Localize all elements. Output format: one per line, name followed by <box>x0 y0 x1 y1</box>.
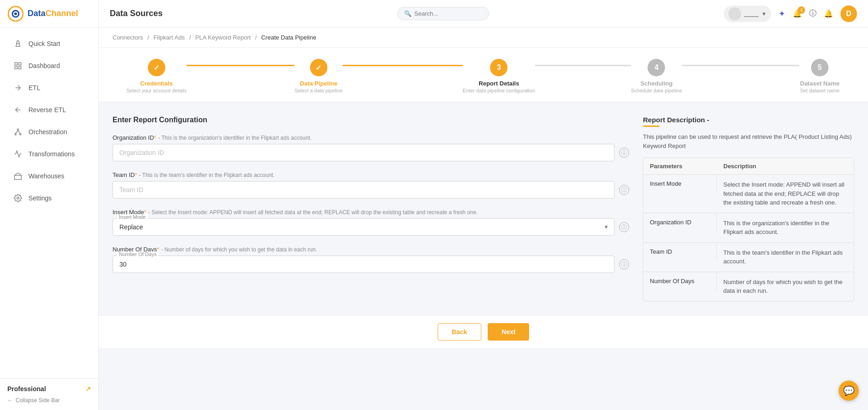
insert-mode-group: Insert Mode*- Select the Insert mode: AP… <box>113 209 629 236</box>
svg-point-7 <box>17 129 19 130</box>
team-id-group: Team ID*- This is the team's identifier … <box>113 171 629 199</box>
svg-rect-12 <box>15 176 22 180</box>
step-circle-scheduling: 4 <box>648 59 665 76</box>
form-section-title: Enter Report Configuration <box>113 116 629 124</box>
chat-button[interactable]: 💬 <box>839 381 859 401</box>
breadcrumb-sep: / <box>147 34 149 41</box>
step-label-data-pipeline: Data Pipeline <box>300 80 338 87</box>
params-cell-org-id: Organization ID <box>643 213 717 231</box>
chevron-down-icon: ▼ <box>761 11 767 17</box>
sidebar-item-quick-start[interactable]: Quick Start <box>4 33 95 54</box>
spark-icon: ✦ <box>778 9 785 19</box>
orchestration-icon <box>13 127 23 137</box>
sidebar-item-etl[interactable]: ETL <box>4 77 95 98</box>
step-line-1 <box>186 65 294 66</box>
user-avatar-circle[interactable]: D <box>840 6 857 22</box>
svg-rect-6 <box>19 67 21 69</box>
insert-mode-info-icon[interactable]: ⓘ <box>619 222 629 232</box>
sidebar-item-transformations[interactable]: Transformations <box>4 143 95 165</box>
sidebar-item-label: Orchestration <box>28 128 67 136</box>
bell-icon[interactable]: 🔔 <box>824 9 833 18</box>
sidebar-bottom: Professional ↗ ← Collapse Side Bar <box>0 378 98 410</box>
insert-mode-float-label: Insert Mode <box>117 214 147 220</box>
breadcrumb-connectors[interactable]: Connectors <box>113 34 143 41</box>
svg-line-10 <box>16 130 18 134</box>
user-avatar <box>728 7 741 20</box>
collapse-arrow-icon: ← <box>7 397 13 404</box>
step-sublabel-credentials: Select your account details <box>126 88 186 93</box>
svg-point-13 <box>17 197 19 199</box>
breadcrumb-flipkart-ads[interactable]: Flipkart Ads <box>153 34 185 41</box>
back-button[interactable]: Back <box>438 323 481 341</box>
step-wrapper-data-pipeline: ✓ Data Pipeline Select a data pipeline <box>294 59 462 93</box>
step-circle-data-pipeline: ✓ <box>310 59 327 76</box>
insert-mode-input-row: Insert Mode Replace Append ▼ ⓘ <box>113 218 629 236</box>
step-credentials: ✓ Credentials Select your account detail… <box>126 59 186 93</box>
chat-icon: 💬 <box>843 385 855 396</box>
svg-point-9 <box>20 134 21 135</box>
user-dropdown[interactable]: ⎯⎯⎯⎯ ▼ <box>724 6 771 22</box>
form-left: Enter Report Configuration Organization … <box>113 116 629 302</box>
params-table-header: Parameters Description <box>643 158 854 175</box>
step-report-details: 3 Report Details Enter data pipeline con… <box>463 59 535 93</box>
breadcrumb: Connectors / Flipkart Ads / PLA Keyword … <box>99 28 868 48</box>
params-row-org-id: Organization ID This is the organization… <box>643 213 854 243</box>
step-line-3 <box>535 65 631 66</box>
insert-mode-select[interactable]: Replace Append <box>113 218 614 236</box>
collapse-sidebar-button[interactable]: ← Collapse Side Bar <box>7 397 91 404</box>
sidebar-item-reverse-etl[interactable]: Reverse ETL <box>4 99 95 120</box>
step-sublabel-scheduling: Schedule data pipeline <box>631 88 682 93</box>
svg-point-2 <box>14 12 17 15</box>
step-wrapper-scheduling: 4 Scheduling Schedule data pipeline <box>631 59 799 93</box>
step-label-scheduling: Scheduling <box>640 80 672 87</box>
steps-container: ✓ Credentials Select your account detail… <box>99 48 868 102</box>
breadcrumb-pla[interactable]: PLA Keyword Report <box>195 34 251 41</box>
search-input[interactable] <box>414 10 482 17</box>
reverse-etl-icon <box>13 105 23 115</box>
search-icon: 🔍 <box>404 10 411 17</box>
desc-cell-insert-mode: Select the Insert mode: APPEND will inse… <box>717 175 854 213</box>
params-cell-num-days: Number Of Days <box>643 272 717 290</box>
num-days-input[interactable] <box>113 256 614 273</box>
settings-icon <box>13 193 23 203</box>
breadcrumb-sep2: / <box>189 34 191 41</box>
sidebar-item-settings[interactable]: Settings <box>4 188 95 209</box>
org-id-info-icon[interactable]: ⓘ <box>619 148 629 158</box>
step-sublabel-report-details: Enter data pipeline configuration <box>463 88 535 93</box>
notification-badge: 4 <box>798 6 805 14</box>
logo-icon <box>7 6 24 22</box>
num-days-info-icon[interactable]: ⓘ <box>619 259 629 269</box>
form-area: Enter Report Configuration Organization … <box>99 102 868 315</box>
professional-label: Professional <box>7 385 46 393</box>
logo: DataChannel <box>0 0 98 28</box>
svg-rect-3 <box>15 63 17 65</box>
step-circle-report-details: 3 <box>490 59 507 76</box>
form-right: Report Description - This pipeline can b… <box>643 116 854 302</box>
help-icon[interactable]: ⓘ <box>809 9 817 18</box>
sidebar-item-orchestration[interactable]: Orchestration <box>4 121 95 142</box>
step-wrapper-report-details: 3 Report Details Enter data pipeline con… <box>463 59 631 93</box>
org-id-input[interactable] <box>113 144 614 161</box>
step-wrapper-dataset-name: 5 Dataset Name Set dataset name <box>799 59 840 93</box>
sidebar-item-label: Dashboard <box>28 62 60 69</box>
header-right: ⎯⎯⎯⎯ ▼ ✦ 🔔 4 ⓘ 🔔 D <box>724 6 857 22</box>
team-id-input[interactable] <box>113 181 614 199</box>
svg-rect-5 <box>15 67 17 69</box>
desc-cell-org-id: This is the organization's identifier in… <box>717 213 854 242</box>
sidebar-item-label: Settings <box>28 194 52 202</box>
next-button[interactable]: Next <box>488 323 529 341</box>
team-id-info-icon[interactable]: ⓘ <box>619 185 629 195</box>
collapse-label: Collapse Side Bar <box>16 397 60 404</box>
step-circle-dataset-name: 5 <box>811 59 829 76</box>
page-title: Data Sources <box>110 9 163 18</box>
description-col-header: Description <box>717 158 854 174</box>
insert-mode-label: Insert Mode*- Select the Insert mode: AP… <box>113 209 629 216</box>
sidebar-item-label: Reverse ETL <box>28 106 66 114</box>
sidebar-item-warehouses[interactable]: Warehouses <box>4 165 95 187</box>
step-dataset-name: 5 Dataset Name Set dataset name <box>799 59 840 93</box>
notification-button[interactable]: 🔔 4 <box>793 9 802 18</box>
sidebar-item-dashboard[interactable]: Dashboard <box>4 55 95 76</box>
search-box[interactable]: 🔍 <box>397 7 489 20</box>
external-link-icon[interactable]: ↗ <box>85 385 91 393</box>
desc-cell-team-id: This is the team's identifier in the Fli… <box>717 243 854 272</box>
